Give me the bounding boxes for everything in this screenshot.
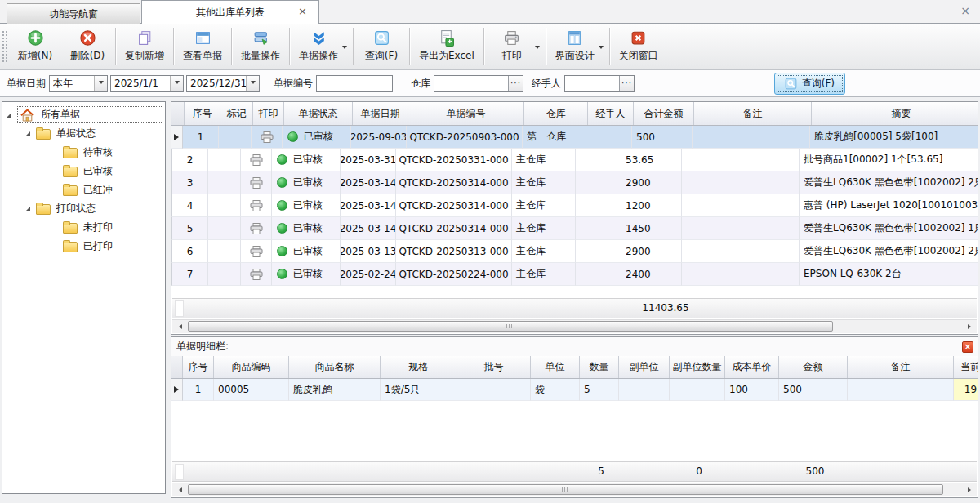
search-icon	[785, 78, 797, 90]
detail-table-row[interactable]: 100005脆皮乳鸽1袋/5只袋510050019	[172, 379, 978, 401]
bill-no-label: 单据编号	[274, 77, 313, 91]
main-grid-panel: 序号标记打印单据状态单据日期单据编号仓库经手人合计金额备注摘要 1已审核2025…	[171, 101, 978, 335]
doc-ops-button[interactable]: 单据操作	[292, 24, 345, 69]
toolbar-separator	[353, 28, 354, 65]
export-excel-button[interactable]: 导出为Excel	[412, 24, 482, 69]
column-header[interactable]: 摘要	[812, 102, 978, 125]
print-dropdown[interactable]	[535, 24, 544, 69]
search-button[interactable]: 查询(F)	[355, 24, 408, 69]
batch-ops-button[interactable]: 批量操作	[234, 24, 287, 69]
cell-summary: EPSON LQ-630K 2台	[800, 263, 978, 286]
row-indicator	[172, 126, 183, 149]
column-header[interactable]: 序号	[183, 356, 214, 378]
expand-arrow-icon[interactable]	[25, 131, 30, 136]
warehouse-ellipsis-button[interactable]: ···	[508, 76, 523, 91]
print-button[interactable]: 打印	[486, 24, 538, 69]
column-header[interactable]: 单据日期	[353, 102, 408, 125]
column-header[interactable]: 批号	[457, 356, 531, 378]
cell-no: 3	[172, 171, 208, 194]
column-header[interactable]: 单位	[531, 356, 580, 378]
delete-button[interactable]: 删除(D)	[61, 24, 114, 69]
column-header[interactable]: 金额	[779, 356, 848, 378]
column-header[interactable]: 合计金额	[634, 102, 694, 125]
table-row[interactable]: 1已审核2025-09-03QTCKD-20250903-000第一仓库500脆…	[172, 126, 978, 149]
column-header[interactable]: 商品名称	[289, 356, 381, 378]
add-button[interactable]: 新增(N)	[9, 24, 61, 69]
tree-node-leaf-0-0[interactable]: 待审核	[2, 143, 165, 162]
column-header[interactable]: 打印	[253, 102, 284, 125]
main-grid-hscroll-thumb[interactable]	[188, 321, 833, 332]
expand-arrow-icon[interactable]	[25, 207, 30, 211]
cell-unit: 袋	[531, 379, 580, 401]
toolbar-grip-handle[interactable]	[2, 30, 7, 63]
table-row[interactable]: 2已审核2025-03-31QTCKD-20250331-000主仓库53.65…	[172, 149, 978, 171]
tab-other-outbound-list[interactable]: 其他出库单列表 ×	[141, 0, 319, 24]
warehouse-input[interactable]	[434, 76, 508, 91]
toolbar-separator	[409, 28, 410, 65]
column-header[interactable]: 经手人	[588, 102, 634, 125]
column-header[interactable]: 规格	[381, 356, 457, 378]
bill-no-input[interactable]	[316, 75, 393, 92]
column-header[interactable]: 副单位数量	[670, 356, 725, 378]
column-header[interactable]: 成本单价	[725, 356, 779, 378]
column-header[interactable]: 当前	[954, 356, 978, 378]
close-window-button[interactable]: 关闭窗口	[612, 24, 666, 69]
tree-node-leaf-1-0[interactable]: 未打印	[2, 218, 165, 237]
column-header[interactable]: 备注	[848, 356, 954, 378]
doc-ops-dropdown[interactable]	[342, 24, 351, 69]
window-close-icon[interactable]: ×	[960, 4, 970, 17]
cell-summary: 惠普 (HP) LaserJet 1020[100101003	[800, 194, 978, 217]
row-indicator-header	[172, 356, 183, 378]
detail-close-icon[interactable]: ×	[962, 341, 973, 353]
scroll-right-icon[interactable]	[964, 320, 977, 333]
column-header[interactable]: 备注	[694, 102, 812, 125]
cell-date: 2025-03-14	[341, 194, 396, 217]
date-from-select[interactable]: 2025/1/1	[110, 75, 184, 92]
scroll-left-icon[interactable]	[172, 320, 185, 333]
toolbar-items: 新增(N)删除(D)复制新增查看单据批量操作单据操作查询(F)导出为Excel打…	[9, 24, 666, 69]
cell-date: 2025-02-24	[341, 263, 396, 286]
column-header[interactable]: 标记	[220, 102, 253, 125]
column-header[interactable]: 单据编号	[408, 102, 524, 125]
table-row[interactable]: 5已审核2025-03-14QTCKD-20250314-000主仓库1450爱…	[172, 217, 978, 240]
tree-node-all-bills[interactable]: 所有单据	[2, 105, 165, 124]
tab-close-icon[interactable]: ×	[298, 6, 307, 16]
table-row[interactable]: 3已审核2025-03-14QTCKD-20250314-000主仓库2900爱…	[172, 171, 978, 194]
cell-handler	[576, 194, 621, 217]
tab-function-nav[interactable]: 功能导航窗	[7, 3, 140, 24]
column-header[interactable]: 序号	[185, 102, 220, 125]
column-header[interactable]: 仓库	[524, 102, 588, 125]
table-row[interactable]: 6已审核2025-03-13QTCKD-20250313-000主仓库2900爱…	[172, 240, 978, 263]
date-to-select[interactable]: 2025/12/31	[186, 75, 260, 92]
scroll-right-icon[interactable]	[964, 483, 977, 496]
query-button[interactable]: 查询(F)	[774, 73, 845, 95]
tree-node-leaf-0-1[interactable]: 已审核	[2, 162, 165, 180]
table-row[interactable]: 7已审核2025-02-24QTCKD-20250224-000主仓库2400E…	[172, 263, 978, 286]
tree-node-group-0[interactable]: 单据状态	[2, 124, 165, 143]
tree-node-label: 已红冲	[83, 183, 113, 197]
copy-button[interactable]: 复制新增	[118, 24, 172, 69]
column-header[interactable]: 单据状态	[284, 102, 353, 125]
column-header[interactable]: 商品编码	[214, 356, 289, 378]
scroll-left-icon[interactable]	[172, 483, 185, 496]
detail-hscroll-thumb[interactable]	[188, 484, 943, 495]
tree-node-group-1[interactable]: 打印状态	[2, 199, 165, 218]
ui-design-button[interactable]: 界面设计	[548, 24, 602, 69]
tree-node-leaf-1-1[interactable]: 已打印	[2, 237, 165, 256]
detail-hscrollbar[interactable]	[172, 483, 977, 496]
cell-amount: 1450	[621, 217, 682, 240]
main-grid-hscrollbar[interactable]	[172, 319, 977, 333]
cell-note	[682, 171, 800, 194]
column-header[interactable]: 数量	[580, 356, 619, 378]
handler-input[interactable]	[565, 76, 619, 91]
expand-arrow-icon[interactable]	[7, 113, 11, 118]
ui-design-dropdown[interactable]	[599, 24, 608, 69]
date-range-select[interactable]: 本年	[49, 75, 108, 92]
table-row[interactable]: 4已审核2025-03-14QTCKD-20250314-000主仓库1200惠…	[172, 194, 978, 217]
cell-amount: 53.65	[621, 149, 682, 171]
cell-summary: 爱普生LQ630K 黑色色带[1002002] 1只	[800, 217, 978, 240]
column-header[interactable]: 副单位	[619, 356, 670, 378]
view-doc-button[interactable]: 查看单据	[176, 24, 229, 69]
handler-ellipsis-button[interactable]: ···	[619, 76, 634, 91]
tree-node-leaf-0-2[interactable]: 已红冲	[2, 180, 165, 199]
